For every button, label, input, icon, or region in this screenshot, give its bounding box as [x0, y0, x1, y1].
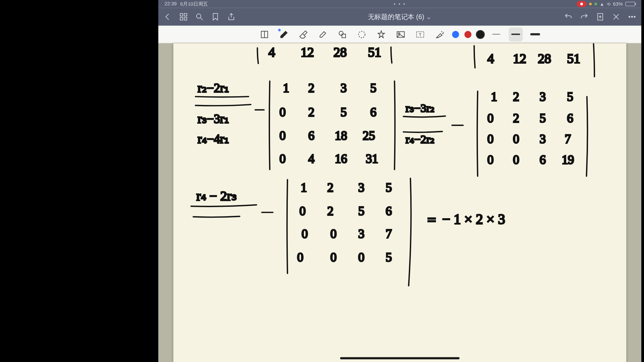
note-text: 12 [513, 51, 527, 66]
note-text: r₃−3r₁ [198, 112, 229, 126]
share-button[interactable] [226, 12, 236, 22]
tool-bar: ✱ T [158, 25, 641, 43]
page-margin-right [626, 43, 641, 362]
svg-text:0: 0 [330, 250, 336, 264]
svg-text:5: 5 [540, 111, 546, 125]
svg-text:r₄−2r₂: r₄−2r₂ [406, 133, 435, 145]
svg-text:31: 31 [366, 152, 378, 166]
svg-text:2: 2 [327, 204, 333, 218]
letterbox-right [641, 0, 644, 362]
svg-text:25: 25 [363, 129, 375, 142]
svg-point-12 [359, 31, 365, 38]
status-bar: 22:39 6月10日周五 • • • ▲ ⟲ 63% [158, 0, 641, 8]
svg-rect-2 [180, 17, 183, 20]
note-text: 28 [333, 45, 347, 60]
svg-text:0: 0 [302, 227, 308, 241]
page-margin-left [158, 43, 173, 362]
svg-point-7 [632, 16, 633, 17]
svg-text:r₄ − 2r₃: r₄ − 2r₃ [196, 189, 236, 203]
svg-text:1: 1 [491, 90, 497, 104]
battery-percent: 63% [613, 1, 623, 7]
search-button[interactable] [195, 12, 204, 22]
note-text: 4 [487, 51, 494, 66]
svg-text:3: 3 [340, 81, 346, 95]
text-tool[interactable]: T [413, 27, 427, 41]
new-page-button[interactable] [595, 12, 605, 22]
more-button[interactable] [627, 12, 637, 22]
document-title[interactable]: 无标题的笔记本 (6) ⌄ [368, 13, 432, 21]
image-tool[interactable] [394, 27, 408, 41]
letterbox-left [78, 0, 158, 362]
svg-text:2: 2 [308, 105, 314, 119]
canvas-area[interactable]: 4 12 28 51 4 12 28 51 r₂−2r₁ r₃−3r₁ [158, 43, 641, 362]
screen-record-pill[interactable] [577, 1, 587, 7]
svg-text:5: 5 [386, 181, 392, 194]
svg-text:2: 2 [327, 181, 333, 194]
svg-point-4 [197, 14, 201, 18]
stroke-medium[interactable] [508, 27, 523, 41]
svg-text:r₃−3r₂: r₃−3r₂ [406, 102, 435, 114]
svg-text:3: 3 [358, 227, 364, 241]
screen-root: 22:39 6月10日周五 • • • ▲ ⟲ 63% [78, 0, 644, 362]
svg-text:5: 5 [386, 250, 392, 264]
home-indicator[interactable] [340, 357, 460, 359]
result-expression: ＝ − 1 × 2 × 3 [425, 211, 505, 227]
stroke-thick[interactable] [528, 27, 542, 41]
svg-rect-1 [184, 13, 187, 16]
title-dropdown-icon: ⌄ [426, 13, 432, 20]
lasso-tool[interactable] [355, 27, 369, 41]
note-text: 12 [301, 45, 314, 60]
svg-text:2: 2 [513, 90, 519, 104]
note-text: 28 [538, 51, 551, 66]
read-mode-button[interactable] [257, 27, 271, 41]
back-button[interactable] [163, 12, 172, 22]
svg-text:2: 2 [513, 111, 519, 125]
svg-text:1: 1 [283, 81, 289, 95]
svg-point-8 [634, 16, 635, 17]
svg-text:3: 3 [358, 181, 364, 194]
privacy-dot-camera-icon [594, 3, 597, 5]
highlighter-tool[interactable] [316, 27, 330, 41]
status-date: 6月10日周五 [180, 1, 208, 7]
laser-tool[interactable] [433, 27, 447, 41]
svg-text:0: 0 [297, 250, 303, 264]
svg-text:7: 7 [565, 132, 571, 146]
sticker-tool[interactable] [374, 27, 388, 41]
svg-text:1: 1 [301, 181, 307, 194]
nav-bar: 无标题的笔记本 (6) ⌄ [158, 8, 641, 26]
svg-text:19: 19 [562, 153, 574, 167]
svg-text:4: 4 [308, 152, 314, 166]
shape-tool[interactable] [335, 27, 349, 41]
color-blue[interactable] [452, 31, 459, 38]
svg-text:3: 3 [540, 132, 546, 146]
battery-icon [626, 2, 635, 6]
note-text: 51 [567, 51, 580, 66]
svg-text:6: 6 [567, 111, 573, 125]
svg-text:0: 0 [358, 250, 364, 264]
svg-text:0: 0 [279, 129, 285, 142]
status-time: 22:39 [164, 1, 176, 7]
color-black[interactable] [477, 31, 484, 38]
svg-text:2: 2 [308, 81, 314, 95]
svg-text:3: 3 [540, 90, 546, 104]
svg-point-14 [398, 33, 400, 34]
bookmark-button[interactable] [211, 12, 220, 22]
note-text: 51 [368, 45, 381, 60]
svg-text:5: 5 [340, 105, 346, 119]
status-ellipsis: • • • [394, 1, 406, 7]
svg-text:0: 0 [300, 204, 306, 218]
stroke-thin[interactable] [489, 27, 503, 41]
eraser-tool[interactable] [296, 27, 310, 41]
orientation-lock-icon: ⟲ [607, 2, 610, 7]
color-red[interactable] [465, 31, 472, 38]
pen-tool[interactable]: ✱ [277, 27, 291, 41]
undo-button[interactable] [564, 12, 573, 22]
svg-text:0: 0 [279, 152, 285, 166]
close-button[interactable] [611, 12, 621, 22]
wifi-icon: ▲ [600, 2, 604, 7]
svg-text:5: 5 [358, 204, 364, 218]
device-frame: 22:39 6月10日周五 • • • ▲ ⟲ 63% [158, 0, 641, 362]
redo-button[interactable] [579, 12, 589, 22]
svg-text:6: 6 [308, 129, 314, 142]
grid-view-button[interactable] [179, 12, 189, 22]
